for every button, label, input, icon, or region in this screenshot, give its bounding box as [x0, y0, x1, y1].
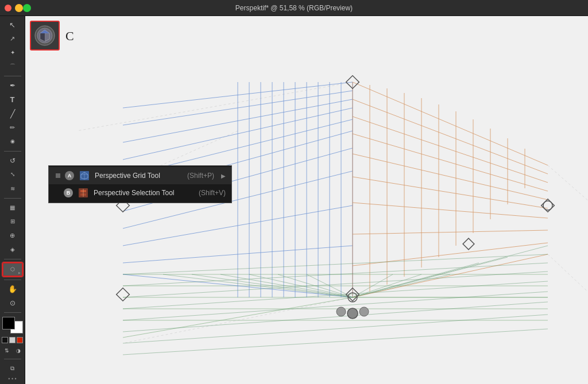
window-title: Perspektif* @ 51,58 % (RGB/Preview) [235, 4, 353, 12]
canvas-area: C [25, 16, 588, 384]
tool-label: C [65, 29, 74, 44]
black-swatch[interactable] [2, 337, 8, 343]
eyedropper-tool[interactable]: ⊕ [3, 229, 22, 242]
titlebar: Perspektif* @ 51,58 % (RGB/Preview) [0, 0, 588, 16]
direct-selection-tool[interactable]: ↗ [3, 32, 22, 45]
maximize-button[interactable] [23, 4, 31, 12]
type-tool[interactable]: T [3, 94, 22, 106]
hand-tool[interactable]: ✋ [3, 283, 22, 296]
zoom-tool[interactable]: ⊙ [3, 297, 22, 309]
paintbrush-tool[interactable]: ✏ [3, 121, 22, 134]
perspective-grid-tool-shortcut: (Shift+P) [187, 172, 214, 180]
selection-tool[interactable]: ↖ [3, 18, 22, 31]
mesh-tool[interactable]: ⊞ [3, 215, 22, 228]
perspective-grid-tool[interactable]: ⬡ [2, 262, 23, 277]
magic-wand-tool[interactable]: ✦ [3, 46, 22, 59]
foreground-color-swatch[interactable] [2, 317, 15, 329]
tool-preview-box [30, 21, 60, 51]
swatch-presets [2, 337, 23, 343]
graph-tool[interactable]: ▦ [3, 201, 22, 214]
pen-tool[interactable]: ✒ [3, 79, 22, 92]
blend-tool[interactable]: ◈ [3, 243, 22, 256]
perspective-grid-menu-icon [79, 170, 90, 181]
submenu-arrow: ▶ [221, 173, 226, 179]
tool-extras: ⇅ ◑ [2, 346, 24, 356]
lasso-tool[interactable]: ⌒ [3, 60, 22, 73]
active-indicator [56, 173, 60, 178]
close-button[interactable] [5, 5, 11, 11]
misc-tools: • • • [0, 376, 25, 382]
minimize-button[interactable] [15, 4, 23, 12]
context-menu: A Perspective Grid Tool (Shift+P) ▶ B [48, 165, 232, 203]
line-tool[interactable]: ╱ [3, 107, 22, 120]
rotate-tool[interactable]: ↺ [3, 154, 22, 167]
perspective-selection-tool-menu-item[interactable]: B Perspective Selection Tool (Shift+V) [49, 184, 231, 201]
svg-point-94 [336, 307, 346, 316]
app-container: ↖ ↗ ✦ ⌒ ✒ T ╱ ✏ ◉ ↺ ⤡ [0, 16, 588, 384]
svg-point-95 [347, 308, 358, 319]
perspective-grid-tool-label: Perspective Grid Tool [95, 172, 171, 180]
perspective-grid-tool-menu-item[interactable]: A Perspective Grid Tool (Shift+P) ▶ [49, 167, 231, 184]
blob-brush-tool[interactable]: ◉ [3, 135, 22, 148]
toolbar: ↖ ↗ ✦ ⌒ ✒ T ╱ ✏ ◉ ↺ ⤡ [0, 16, 25, 384]
perspective-selection-menu-icon [78, 187, 89, 199]
perspective-selection-tool-label: Perspective Selection Tool [94, 189, 183, 197]
badge-b: B [64, 188, 73, 197]
red-swatch[interactable] [17, 337, 23, 343]
perspective-selection-tool-shortcut: (Shift+V) [199, 189, 226, 197]
tool-icon-svg [34, 25, 55, 46]
svg-point-96 [359, 307, 369, 316]
white-swatch[interactable] [9, 337, 16, 343]
warp-tool[interactable]: ≋ [3, 183, 22, 195]
scale-tool[interactable]: ⤡ [3, 168, 22, 181]
swap-colors-btn[interactable]: ⇅ [2, 346, 12, 356]
artboard-tool[interactable]: ⧉ [3, 362, 22, 375]
badge-a: A [65, 171, 74, 180]
color-swatches[interactable] [2, 317, 23, 333]
gradient-btn[interactable]: ◑ [13, 346, 24, 356]
more-tools-btn[interactable]: • • • [8, 376, 16, 382]
